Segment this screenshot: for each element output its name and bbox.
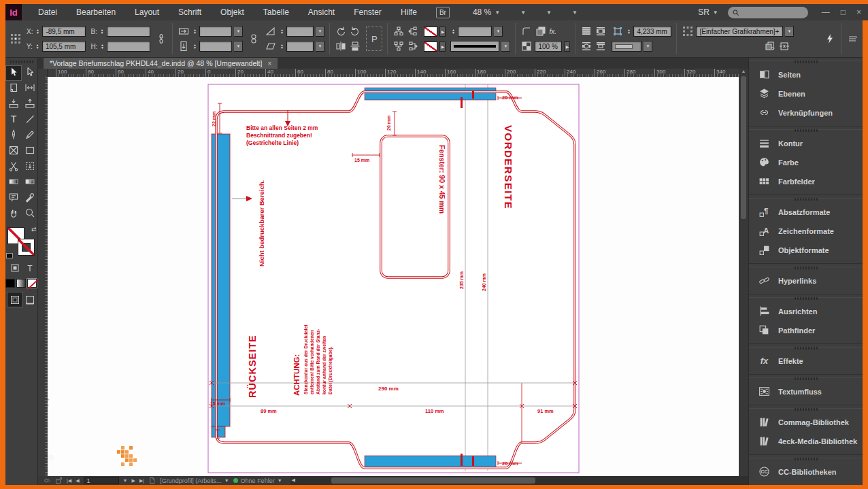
scale-y-stepper[interactable]: ▲▼: [192, 44, 197, 49]
hand-tool[interactable]: [5, 206, 22, 222]
pencil-tool[interactable]: [22, 128, 38, 144]
bridge-button[interactable]: Br: [436, 7, 450, 18]
apply-color-button[interactable]: [5, 279, 15, 288]
rectangle-tool[interactable]: [22, 144, 38, 159]
object-style-dropdown[interactable]: ▼: [785, 26, 794, 37]
frame-fitting-icon[interactable]: [612, 25, 624, 37]
height-field[interactable]: [107, 41, 150, 52]
gap-field[interactable]: 4,233 mm: [633, 26, 671, 37]
line-tool[interactable]: [22, 112, 38, 128]
panel-group-grip[interactable]: [795, 377, 818, 380]
panel-button-farbe[interactable]: Farbe: [749, 153, 863, 172]
document-canvas[interactable]: Bitte an allen Seiten 2 mm Beschnittrand…: [48, 77, 739, 476]
object-style-field[interactable]: [Einfacher Grafikrahmen]+: [696, 26, 783, 37]
select-content-button[interactable]: [393, 40, 405, 52]
scale-y-dropdown[interactable]: ▼: [234, 41, 243, 52]
select-previous-object-button[interactable]: [407, 25, 419, 37]
fitting-preview-field[interactable]: [612, 41, 641, 52]
stroke-weight-dropdown[interactable]: ▼: [494, 26, 503, 37]
stroke-color-dropdown[interactable]: ▶: [439, 41, 446, 52]
y-stepper[interactable]: ▲▼: [35, 44, 40, 49]
constrain-scale-link-icon[interactable]: [248, 33, 260, 45]
width-field[interactable]: [107, 26, 150, 37]
select-next-object-button[interactable]: [407, 40, 419, 52]
flip-vertical-button[interactable]: [349, 40, 361, 52]
shear-field[interactable]: [286, 41, 314, 52]
quick-apply-button[interactable]: [824, 33, 836, 45]
preflight-profile-dropdown[interactable]: [Grundprofil] (Arbeits... ▼: [160, 477, 229, 484]
gap-tool[interactable]: [22, 81, 38, 97]
panel-group-grip[interactable]: [795, 347, 818, 350]
effects-button[interactable]: fx.: [549, 28, 556, 35]
preflight-status-dropdown[interactable]: Ohne Fehler ▼: [233, 477, 282, 484]
pen-tool[interactable]: [5, 128, 22, 144]
panel-button-commag-bibliothek[interactable]: Commag-Bibliothek: [749, 413, 863, 432]
opacity-dropdown[interactable]: ▶: [564, 41, 570, 52]
panel-button-absatzformate[interactable]: ¶Absatzformate: [749, 203, 863, 222]
panel-button-seiten[interactable]: Seiten: [749, 65, 863, 84]
horizontal-ruler[interactable]: 1008060402002040608010012014016018020022…: [48, 69, 739, 77]
frame-tool[interactable]: [5, 144, 22, 159]
panel-group-grip[interactable]: [795, 61, 818, 63]
previous-page-button[interactable]: ◀: [76, 478, 79, 484]
scroll-up-icon[interactable]: ▲: [739, 69, 748, 73]
zoom-level-dropdown[interactable]: 48 % ▼: [473, 7, 500, 17]
clear-overrides-button[interactable]: [764, 40, 776, 52]
select-container-button[interactable]: [393, 25, 405, 37]
panel-group-grip[interactable]: [795, 198, 818, 201]
panel-button-ausrichten[interactable]: Ausrichten: [749, 302, 863, 321]
break-link-to-style-button[interactable]: [778, 40, 790, 52]
panel-group-grip[interactable]: [795, 458, 818, 460]
menu-item-ansicht[interactable]: Ansicht: [299, 5, 344, 20]
x-stepper[interactable]: ▲▼: [35, 29, 40, 34]
control-panel-menu-button[interactable]: [846, 33, 858, 45]
eyedropper-tool[interactable]: [22, 190, 38, 206]
jump-object-button[interactable]: [595, 40, 607, 52]
free-transform-tool[interactable]: [22, 159, 38, 175]
document-tab[interactable]: *Vorlage Briefumschlag PKHDL44_de.indd @…: [44, 58, 278, 69]
content-placer-tool[interactable]: [22, 97, 38, 112]
default-fill-stroke-icon[interactable]: [6, 253, 13, 258]
constrain-dimensions-icon[interactable]: [155, 33, 167, 45]
panel-button-farbfelder[interactable]: Farbfelder: [749, 172, 863, 191]
fill-stroke-widget[interactable]: ⇄: [7, 227, 36, 257]
type-tool[interactable]: T: [5, 112, 22, 128]
height-stepper[interactable]: ▲▼: [99, 44, 105, 49]
stroke-swatch[interactable]: [18, 239, 35, 256]
stroke-weight-field[interactable]: [458, 26, 492, 37]
vertical-scroll-thumb[interactable]: [741, 76, 746, 219]
view-options-button[interactable]: ▼: [518, 10, 526, 16]
vertical-scrollbar[interactable]: ▲: [739, 69, 748, 476]
preview-mode-button[interactable]: [22, 292, 38, 307]
zoom-tool[interactable]: [22, 206, 38, 222]
panel-button-pathfinder[interactable]: Pathfinder: [749, 321, 863, 340]
formatting-affects-text-button[interactable]: T: [22, 260, 38, 275]
ruler-origin-box[interactable]: [38, 69, 48, 77]
workspace-switcher[interactable]: SR ▼: [698, 7, 718, 17]
fill-color-dropdown[interactable]: ▶: [439, 27, 446, 37]
panel-group-grip[interactable]: [795, 129, 818, 132]
panel-button-verknüpfungen[interactable]: Verknüpfungen: [749, 103, 863, 122]
menu-item-schrift[interactable]: Schrift: [169, 5, 211, 20]
panel-button-4eck-media-bibliothek[interactable]: 4eck-Media-Bibliothek: [749, 432, 863, 451]
rotate-cw-button[interactable]: [335, 25, 347, 37]
width-stepper[interactable]: ▲▼: [99, 29, 105, 34]
fill-color-swatch[interactable]: [424, 27, 437, 37]
menu-item-hilfe[interactable]: Hilfe: [391, 5, 427, 20]
menu-item-layout[interactable]: Layout: [125, 5, 169, 20]
scale-y-field[interactable]: [199, 41, 232, 52]
page-tool[interactable]: [5, 81, 22, 97]
scale-x-stepper[interactable]: ▲▼: [192, 29, 197, 34]
drop-shadow-button[interactable]: [535, 25, 547, 37]
page-dropdown[interactable]: ▼: [123, 478, 128, 483]
rotation-field[interactable]: [286, 26, 314, 37]
gradient-feather-tool[interactable]: [22, 175, 38, 190]
minimize-button[interactable]: —: [822, 7, 830, 17]
panel-group-grip[interactable]: [795, 267, 818, 269]
menu-item-tabelle[interactable]: Tabelle: [254, 5, 299, 20]
panel-button-effekte[interactable]: fxEffekte: [749, 352, 863, 371]
page-number-field[interactable]: 1: [84, 477, 119, 484]
y-field[interactable]: 105,5 mm: [42, 41, 86, 52]
preflight-sync-icon[interactable]: [44, 477, 51, 484]
rotation-dropdown[interactable]: ▼: [316, 26, 324, 37]
